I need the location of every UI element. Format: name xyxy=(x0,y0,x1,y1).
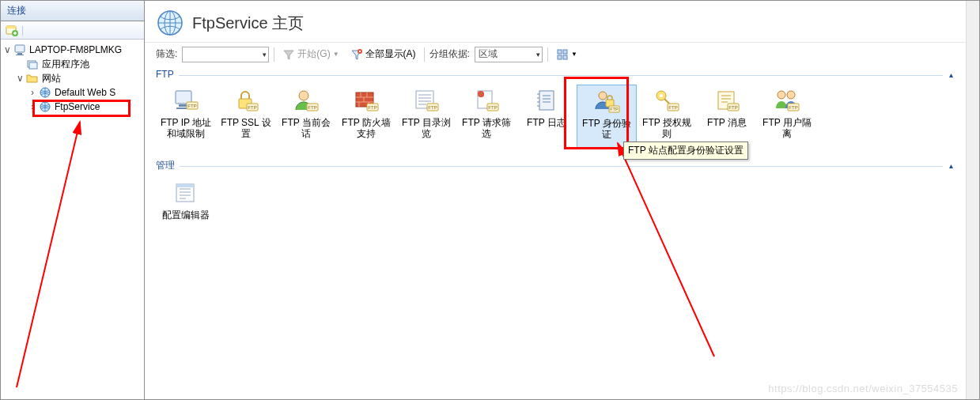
item-ftp-ssl[interactable]: FTP FTP SSL 设置 xyxy=(216,85,276,149)
item-label: 配置编辑器 xyxy=(161,209,211,221)
separator xyxy=(424,47,425,62)
add-connection-icon[interactable] xyxy=(6,24,18,36)
clear-icon xyxy=(350,48,363,61)
item-ftp-messages[interactable]: FTP FTP 消息 xyxy=(697,85,757,149)
item-label: FTP 当前会话 xyxy=(276,117,336,139)
view-button[interactable]: ▼ xyxy=(553,47,581,62)
item-label: FTP 用户隔离 xyxy=(757,117,817,139)
filter-input[interactable]: ▾ xyxy=(182,47,269,62)
dropdown-icon: ▾ xyxy=(536,51,540,58)
firewall-ftp-icon: FTP xyxy=(353,88,380,115)
expand-icon[interactable]: ∨ xyxy=(15,73,25,84)
group-mgmt-title: 管理 xyxy=(156,159,175,172)
user-lock-ftp-icon: FTP xyxy=(593,89,620,115)
expand-icon[interactable]: › xyxy=(28,87,37,98)
tree-sites[interactable]: ∨ 网站 xyxy=(2,71,142,85)
collapse-icon[interactable]: ▴ xyxy=(948,70,955,79)
separator xyxy=(274,47,274,62)
filter-bar: 筛选: ▾ 开始(G) ▼ 全部显示(A) 分组依据: 区域▾ ▼ xyxy=(145,42,966,66)
item-config-editor[interactable]: 配置编辑器 xyxy=(156,177,216,242)
user-ftp-icon: FTP xyxy=(293,88,320,115)
svg-text:FTP: FTP xyxy=(728,105,737,110)
svg-text:FTP: FTP xyxy=(668,105,677,110)
item-label: FTP 授权规则 xyxy=(637,117,697,139)
tree-apppool[interactable]: 应用程序池 xyxy=(2,57,142,71)
item-label: FTP SSL 设置 xyxy=(216,117,276,139)
dropdown-icon: ▾ xyxy=(263,51,267,58)
svg-point-41 xyxy=(599,92,607,100)
scrollbar-stub[interactable] xyxy=(966,1,979,399)
group-mgmt: 管理 ▴ 配置编辑器 xyxy=(145,156,966,248)
filter-label: 筛选: xyxy=(156,47,177,61)
server-icon xyxy=(13,43,26,56)
item-ftp-log[interactable]: FTP 日志 xyxy=(516,85,577,149)
filter-ftp-icon: FTP xyxy=(473,88,500,115)
item-ftp-browse[interactable]: FTP FTP 目录浏览 xyxy=(396,85,456,149)
item-ftp-firewall[interactable]: FTP FTP 防火墙支持 xyxy=(336,85,396,149)
connections-toolbar: | xyxy=(1,21,144,40)
content-panel: FtpService 主页 筛选: ▾ 开始(G) ▼ 全部显示(A) 分组依据… xyxy=(145,1,966,399)
group-ftp: FTP ▴ FTP FTP IP 地址和域限制 FTP FTP SSL 设置 F… xyxy=(145,66,966,156)
item-ftp-filter[interactable]: FTP FTP 请求筛选 xyxy=(456,85,516,149)
list-ftp-icon: FTP xyxy=(413,88,440,115)
connections-header: 连接 xyxy=(1,1,144,21)
group-rule xyxy=(180,166,943,167)
lock-ftp-icon: FTP xyxy=(233,88,259,115)
svg-text:FTP: FTP xyxy=(248,105,256,110)
svg-point-52 xyxy=(778,91,785,99)
svg-rect-16 xyxy=(558,55,562,59)
svg-text:FTP: FTP xyxy=(428,105,437,110)
showall-button[interactable]: 全部显示(A) xyxy=(347,46,419,62)
funnel-icon xyxy=(282,48,295,61)
tree-apppool-label: 应用程序池 xyxy=(40,58,91,71)
svg-point-53 xyxy=(787,91,795,99)
item-label: FTP 消息 xyxy=(706,117,748,128)
item-ftp-ip[interactable]: FTP FTP IP 地址和域限制 xyxy=(156,85,216,149)
expand-icon[interactable]: ∨ xyxy=(2,44,12,55)
tree-defaultsite[interactable]: › Default Web S xyxy=(2,85,142,100)
connections-panel: 连接 | ∨ LAPTOP-FM8PLMKG 应用程序池 ∨ xyxy=(1,1,145,399)
item-ftp-sessions[interactable]: FTP FTP 当前会话 xyxy=(276,85,336,149)
tree-ftpservice[interactable]: › FtpService xyxy=(2,100,142,114)
svg-text:FTP: FTP xyxy=(789,105,797,110)
item-ftp-auth[interactable]: FTP FTP 身份验证 xyxy=(577,85,637,149)
tooltip: FTP 站点配置身份验证设置 xyxy=(623,142,748,160)
start-button[interactable]: 开始(G) ▼ xyxy=(279,46,342,62)
svg-text:FTP: FTP xyxy=(610,107,619,111)
server-ftp-icon: FTP xyxy=(172,88,199,115)
connections-tree: ∨ LAPTOP-FM8PLMKG 应用程序池 ∨ 网站 › Default xyxy=(1,40,144,117)
tree-root-label: LAPTOP-FM8PLMKG xyxy=(28,44,123,55)
svg-rect-15 xyxy=(563,50,567,54)
grid-view-icon xyxy=(556,48,569,61)
collapse-icon[interactable]: ▴ xyxy=(948,161,955,170)
svg-rect-1 xyxy=(6,26,16,28)
separator xyxy=(547,47,548,62)
groupby-combo[interactable]: 区域▾ xyxy=(475,47,543,62)
page-header: FtpService 主页 xyxy=(145,1,966,42)
groupby-value: 区域 xyxy=(479,47,498,61)
item-label: FTP 请求筛选 xyxy=(456,117,516,139)
group-ftp-title: FTP xyxy=(156,69,174,80)
globe-large-icon xyxy=(156,9,184,37)
group-rule xyxy=(179,75,943,76)
start-label: 开始(G) xyxy=(297,47,330,61)
svg-rect-14 xyxy=(558,50,562,54)
mgmt-items: 配置编辑器 xyxy=(156,172,955,248)
item-ftp-isolation[interactable]: FTP FTP 用户隔离 xyxy=(757,85,817,149)
item-label: FTP IP 地址和域限制 xyxy=(156,117,216,139)
tooltip-text: FTP 站点配置身份验证设置 xyxy=(628,145,744,156)
key-ftp-icon: FTP xyxy=(653,88,680,115)
svg-text:FTP: FTP xyxy=(368,105,376,110)
notebook-ftp-icon xyxy=(533,88,560,115)
tree-sites-label: 网站 xyxy=(40,72,62,85)
globe-icon xyxy=(39,86,51,99)
svg-rect-4 xyxy=(17,53,22,55)
tree-root[interactable]: ∨ LAPTOP-FM8PLMKG xyxy=(2,43,142,57)
expand-icon[interactable]: › xyxy=(28,101,37,112)
svg-rect-40 xyxy=(539,91,554,110)
item-ftp-authz[interactable]: FTP FTP 授权规则 xyxy=(637,85,697,149)
svg-point-46 xyxy=(660,94,663,97)
tree-default-label: Default Web S xyxy=(53,87,117,98)
apppool-icon xyxy=(26,58,39,70)
svg-rect-17 xyxy=(563,55,567,59)
